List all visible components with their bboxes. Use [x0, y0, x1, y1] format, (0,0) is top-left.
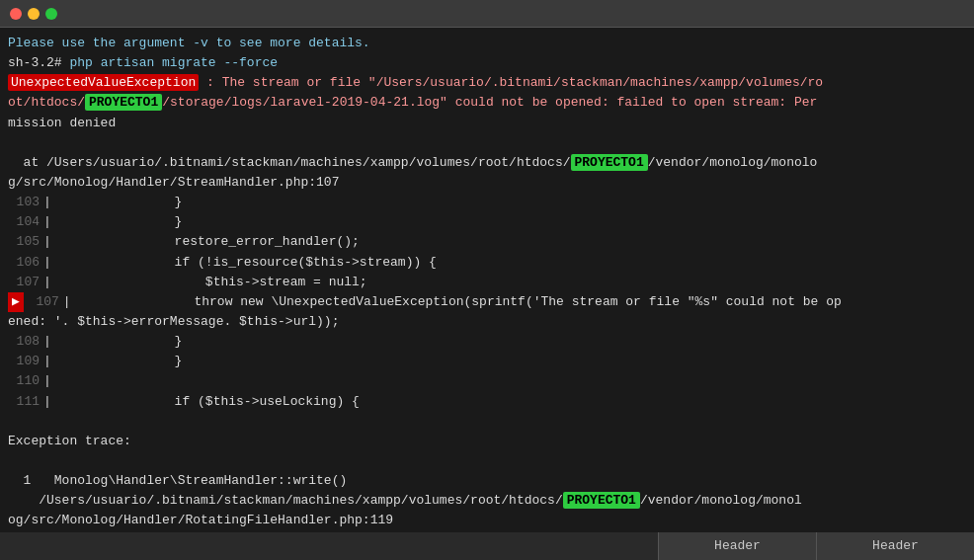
terminal-line: at /Users/usuario/.bitnami/stackman/mach…: [0, 153, 974, 173]
terminal-line: 103| }: [0, 193, 974, 212]
terminal-line: g/src/Monolog/Handler/StreamHandler.php:…: [0, 173, 974, 193]
terminal-line: ened: '. $this->errorMessage. $this->url…: [0, 312, 974, 332]
bottom-headers: HeaderHeader: [658, 532, 974, 560]
bottom-bar: HeaderHeader: [0, 532, 974, 560]
terminal-line: 106| if (!is_resource($this->stream)) {: [0, 253, 974, 273]
terminal-line: 1 Monolog\Handler\StreamHandler::write(): [0, 471, 974, 491]
terminal-line: 110|: [0, 371, 974, 391]
terminal-line: UnexpectedValueException : The stream or…: [0, 73, 974, 93]
traffic-lights: [10, 8, 57, 20]
terminal-line: 107| $this->stream = null;: [0, 273, 974, 292]
terminal-line: 111| if ($this->useLocking) {: [0, 392, 974, 412]
terminal-line: [0, 451, 974, 471]
terminal-line: 105| restore_error_handler();: [0, 232, 974, 252]
bottom-header-0: Header: [658, 532, 816, 560]
terminal-line: 108| }: [0, 332, 974, 352]
terminal-line: mission denied: [0, 114, 974, 133]
maximize-button[interactable]: [45, 8, 57, 20]
terminal-line: /Users/usuario/.bitnami/stackman/machine…: [0, 491, 974, 511]
terminal-line: 104| }: [0, 212, 974, 232]
terminal-line: 109| }: [0, 352, 974, 371]
terminal-line: Please use the argument -v to see more d…: [0, 34, 974, 53]
terminal-line: ot/htdocs/PROYECTO1/storage/logs/laravel…: [0, 93, 974, 113]
minimize-button[interactable]: [28, 8, 40, 20]
close-button[interactable]: [10, 8, 22, 20]
terminal: Please use the argument -v to see more d…: [0, 28, 974, 560]
terminal-line: og/src/Monolog/Handler/RotatingFileHandl…: [0, 511, 974, 530]
terminal-line: Exception trace:: [0, 432, 974, 451]
terminal-line: ▶107| throw new \UnexpectedValueExceptio…: [0, 292, 974, 312]
titlebar: [0, 0, 974, 28]
bottom-header-1: Header: [816, 532, 974, 560]
terminal-line: sh-3.2# php artisan migrate --force: [0, 53, 974, 73]
terminal-line: [0, 412, 974, 432]
terminal-line: [0, 133, 974, 153]
